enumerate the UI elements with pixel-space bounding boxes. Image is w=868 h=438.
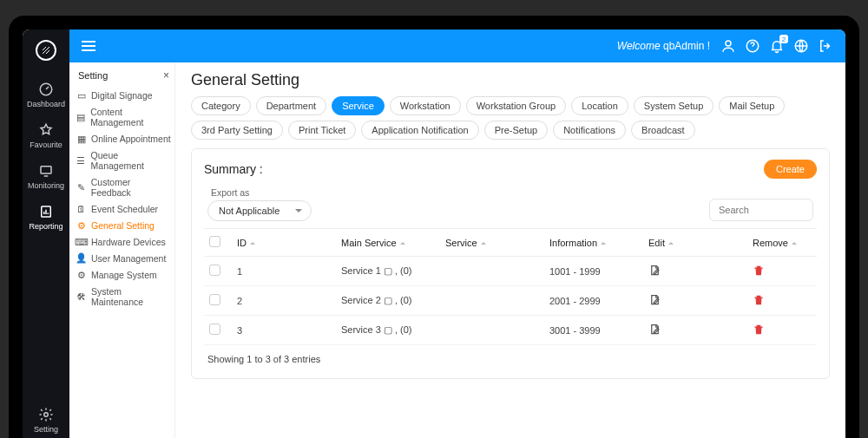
edit-icon[interactable] (648, 264, 661, 277)
menu-item-icon: 🛠 (76, 291, 86, 301)
cell-id: 2 (232, 286, 336, 316)
col-id[interactable]: ID (237, 238, 255, 248)
tab-notifications[interactable]: Notifications (553, 121, 626, 140)
rail-item-setting[interactable]: Setting (23, 407, 69, 434)
tab-category[interactable]: Category (191, 96, 251, 115)
cell-id: 3 (232, 316, 336, 345)
rail-label: Setting (34, 425, 58, 434)
summary-title: Summary : (204, 162, 263, 176)
globe-icon[interactable] (793, 38, 809, 54)
cell-service (440, 316, 544, 345)
gear-icon (38, 407, 54, 422)
summary-card: Summary : Create Export as Not Applicabl… (191, 148, 830, 379)
tab-system-setup[interactable]: System Setup (634, 96, 713, 115)
menu-item-icon: ▭ (76, 90, 86, 100)
sidebar-item-label: General Setting (91, 220, 155, 231)
col-main-service[interactable]: Main Service (341, 238, 405, 248)
sidebar-item-event-scheduler[interactable]: 🗓Event Scheduler (73, 200, 174, 217)
tab-application-notification[interactable]: Application Notification (361, 121, 478, 140)
sidebar-item-label: Hardware Devices (91, 237, 166, 247)
sidebar-title: Setting (78, 70, 108, 81)
tab-department[interactable]: Department (256, 96, 326, 115)
menu-item-icon: ▦ (76, 134, 86, 143)
sidebar-item-label: Online Appointment (91, 134, 171, 144)
tab-service[interactable]: Service (332, 96, 385, 115)
col-remove[interactable]: Remove (753, 238, 797, 248)
sidebar-item-manage-system[interactable]: ⚙Manage System (73, 266, 174, 283)
col-edit[interactable]: Edit (648, 238, 674, 248)
sidebar-item-system-maintenance[interactable]: 🛠System Maintenance (73, 283, 174, 310)
sidebar-item-label: Manage System (91, 270, 157, 280)
app-logo[interactable] (36, 40, 56, 61)
tab-bar: CategoryDepartmentServiceWorkstationWork… (191, 96, 830, 140)
cell-main-service: Service 3 ▢ , (0) (336, 316, 440, 345)
tab-broadcast[interactable]: Broadcast (631, 121, 695, 140)
sidebar-item-digital-signage[interactable]: ▭Digital Signage (73, 87, 174, 103)
svg-point-3 (44, 413, 49, 417)
row-checkbox[interactable] (209, 324, 220, 335)
gauge-icon (38, 82, 54, 97)
sidebar-item-hardware-devices[interactable]: ⌨Hardware Devices (73, 233, 174, 250)
trash-icon[interactable] (753, 265, 765, 277)
user-icon[interactable] (720, 38, 736, 54)
sidebar-item-customer-feedback[interactable]: ✎Customer Feedback (73, 173, 174, 200)
sidebar-item-online-appointment[interactable]: ▦Online Appointment (73, 130, 174, 147)
sidebar-item-queue-management[interactable]: ☰Queue Management (73, 147, 174, 173)
menu-item-icon: ▤ (76, 112, 85, 121)
sidebar-item-label: Digital Signage (91, 90, 153, 101)
svg-point-4 (726, 41, 731, 46)
sidebar-item-content-management[interactable]: ▤Content Management (73, 103, 174, 130)
cell-id: 1 (232, 257, 336, 286)
table-row: 3Service 3 ▢ , (0)3001 - 3999 (204, 316, 817, 345)
close-icon[interactable]: × (163, 69, 169, 82)
cell-information: 3001 - 3999 (544, 316, 643, 345)
edit-icon[interactable] (648, 323, 661, 336)
rail-item-favourite[interactable]: Favourite (23, 122, 69, 149)
export-label: Export as (207, 187, 312, 198)
sidebar-item-user-management[interactable]: 👤User Management (73, 250, 174, 266)
rail-item-reporting[interactable]: Reporting (23, 204, 69, 231)
screen: Dashboard Favourite Monitoring Reporting… (23, 29, 845, 438)
col-information[interactable]: Information (549, 238, 606, 248)
help-icon[interactable] (745, 38, 760, 54)
menu-item-icon: 🗓 (76, 204, 86, 213)
tab-workstation[interactable]: Workstation (390, 96, 461, 115)
hamburger-button[interactable] (82, 41, 95, 51)
tab-mail-setup[interactable]: Mail Setup (719, 96, 785, 115)
tab-location[interactable]: Location (571, 96, 628, 115)
sidebar-item-label: Content Management (90, 107, 171, 127)
select-all-checkbox[interactable] (209, 236, 220, 247)
search-input[interactable] (709, 199, 813, 221)
col-service[interactable]: Service (445, 238, 486, 248)
row-checkbox[interactable] (209, 294, 220, 305)
export-select[interactable]: Not Applicable (207, 200, 312, 221)
cell-main-service: Service 2 ▢ , (0) (336, 286, 440, 316)
logout-icon[interactable] (818, 38, 833, 54)
content-area: Welcome qbAdmin ! 2 (69, 29, 845, 438)
sidebar-item-label: System Maintenance (91, 286, 171, 307)
row-checkbox[interactable] (209, 265, 220, 276)
sidebar-item-label: Event Scheduler (91, 204, 158, 214)
rail-label: Favourite (30, 141, 62, 149)
trash-icon[interactable] (753, 294, 765, 306)
monitor-icon (38, 163, 54, 179)
tab-pre-setup[interactable]: Pre-Setup (484, 121, 549, 140)
cell-service (440, 257, 544, 286)
edit-icon[interactable] (648, 293, 661, 306)
bell-icon[interactable]: 2 (769, 38, 785, 54)
sidebar-item-general-setting[interactable]: ⚙General Setting (73, 217, 174, 233)
tab-print-ticket[interactable]: Print Ticket (288, 121, 356, 140)
create-button[interactable]: Create (764, 160, 817, 179)
sidebar-item-label: Queue Management (91, 150, 171, 171)
left-rail: Dashboard Favourite Monitoring Reporting… (23, 29, 69, 438)
cell-information: 2001 - 2999 (544, 286, 643, 316)
menu-item-icon: 👤 (76, 253, 86, 263)
menu-item-icon: ⚙ (76, 270, 86, 279)
sidebar-item-label: User Management (91, 253, 166, 264)
trash-icon[interactable] (753, 324, 765, 336)
tab-workstation-group[interactable]: Workstation Group (466, 96, 567, 115)
device-frame: Dashboard Favourite Monitoring Reporting… (9, 16, 859, 438)
tab-3rd-party-setting[interactable]: 3rd Party Setting (191, 121, 283, 140)
rail-item-monitoring[interactable]: Monitoring (23, 163, 69, 190)
rail-item-dashboard[interactable]: Dashboard (23, 82, 69, 108)
